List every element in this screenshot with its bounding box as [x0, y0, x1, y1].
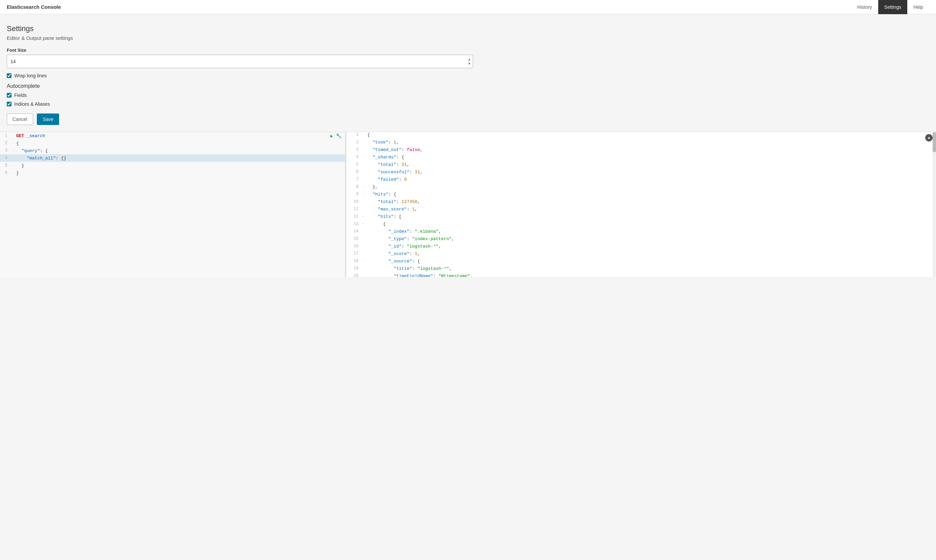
output-line-17: 17 "_score": 1,: [350, 251, 936, 258]
font-size-wrapper: ▲ ▼: [7, 55, 473, 68]
help-button[interactable]: Help: [907, 0, 929, 14]
font-size-input[interactable]: [7, 55, 473, 68]
editor-line-4: 4 "match_all": {}: [0, 154, 345, 162]
line-content-3: "query": {: [16, 148, 345, 153]
editor-area: 1 GET _search ▶ 🔧 2 - { 3 - "query": {: [0, 132, 936, 277]
output-line-19: 19 "title": "logstash-*",: [350, 266, 936, 273]
output-line-4: 4 - "_shards": {: [350, 154, 936, 162]
wrench-icon[interactable]: 🔧: [336, 133, 342, 139]
line-num-3: 3: [0, 148, 11, 153]
indices-aliases-checkbox[interactable]: [7, 102, 11, 106]
scrollbar-thumb[interactable]: [933, 132, 936, 152]
output-line-6: 6 "successful": 31,: [350, 169, 936, 177]
form-actions: Cancel Save: [7, 114, 929, 125]
output-line-9: 9 - "hits": {: [350, 191, 936, 199]
fold-3[interactable]: -: [11, 149, 16, 153]
settings-subtitle: Editor & Output pane settings: [7, 35, 929, 41]
fold-5[interactable]: -: [11, 164, 16, 168]
fold-6[interactable]: -: [11, 171, 16, 175]
output-line-12: 12 - "hits": [: [350, 214, 936, 221]
output-line-18: 18 - "_source": {: [350, 258, 936, 266]
autocomplete-section: Autocomplete Fields Indices & Aliases: [7, 83, 929, 107]
fields-row: Fields: [7, 92, 929, 98]
output-line-10: 10 "total": 127450,: [350, 199, 936, 206]
output-line-8: 8 - },: [350, 184, 936, 191]
settings-button[interactable]: Settings: [878, 0, 908, 14]
output-line-7: 7 "failed": 0: [350, 177, 936, 184]
output-line-1: 1 {: [350, 132, 936, 140]
line-num-4: 4: [0, 156, 11, 160]
scrollbar-track: [933, 132, 936, 277]
indices-aliases-label[interactable]: Indices & Aliases: [14, 102, 50, 107]
wrap-long-lines-checkbox[interactable]: [7, 73, 11, 78]
run-icon[interactable]: ▶: [330, 133, 333, 139]
fields-checkbox[interactable]: [7, 93, 11, 98]
output-line-3: 3 "timed_out": false,: [350, 147, 936, 154]
autocomplete-title: Autocomplete: [7, 83, 929, 89]
app-title: Elasticsearch Console: [7, 4, 61, 10]
query-editor[interactable]: 1 GET _search ▶ 🔧 2 - { 3 - "query": {: [0, 132, 346, 277]
line-num-5: 5: [0, 163, 11, 168]
line-content-6: }: [16, 171, 345, 175]
url-text: _search: [24, 134, 45, 138]
line-num-2: 2: [0, 141, 11, 146]
history-button[interactable]: History: [851, 0, 878, 14]
line-num-6: 6: [0, 171, 11, 175]
output-line-14: 14 "_index": ".kibana",: [350, 229, 936, 236]
get-keyword: GET: [16, 134, 24, 138]
settings-title: Settings: [7, 24, 929, 33]
editor-line-2: 2 - {: [0, 140, 345, 147]
output-pane: ▲ 1 { 2 "took": 1, 3 "timed_out": false,…: [346, 132, 936, 277]
fold-2[interactable]: -: [11, 142, 16, 145]
font-size-label: Font Size: [7, 48, 929, 53]
line-content-1: GET _search: [16, 134, 330, 138]
editor-line-6: 6 - }: [0, 169, 345, 177]
wrap-long-lines-row: Wrap long lines: [7, 73, 929, 78]
editor-line-3: 3 - "query": {: [0, 147, 345, 154]
editor-lines: 1 GET _search ▶ 🔧 2 - { 3 - "query": {: [0, 132, 345, 177]
top-nav: Elasticsearch Console History Settings H…: [0, 0, 936, 14]
line-content-5: }: [16, 163, 345, 168]
line-num-1: 1: [0, 134, 11, 138]
save-button[interactable]: Save: [37, 114, 59, 125]
key-query: "query": [22, 148, 40, 153]
output-line-20: 20 "timeFieldName": "@timestamp",: [350, 273, 936, 277]
output-lines: 1 { 2 "took": 1, 3 "timed_out": false, 4…: [350, 132, 936, 277]
output-line-13: 13 - {: [350, 221, 936, 229]
line-actions-1: ▶ 🔧: [330, 133, 345, 139]
line-content-2: {: [16, 141, 345, 146]
scroll-up-button[interactable]: ▲: [925, 134, 933, 142]
editor-line-1: 1 GET _search ▶ 🔧: [0, 132, 345, 140]
spinner-arrows[interactable]: ▲ ▼: [468, 57, 471, 66]
settings-pane: Settings Editor & Output pane settings F…: [0, 14, 936, 132]
key-match-all: "match_all": [27, 156, 56, 161]
nav-actions: History Settings Help: [851, 0, 929, 14]
output-line-15: 15 "_type": "index-pattern",: [350, 236, 936, 243]
indices-aliases-row: Indices & Aliases: [7, 102, 929, 107]
cancel-button[interactable]: Cancel: [7, 114, 33, 125]
wrap-long-lines-label[interactable]: Wrap long lines: [14, 73, 47, 78]
output-line-2: 2 "took": 1,: [350, 140, 936, 147]
fields-label[interactable]: Fields: [14, 92, 27, 98]
output-line-11: 11 "max_score": 1,: [350, 206, 936, 214]
output-line-5: 5 "total": 31,: [350, 162, 936, 169]
output-line-16: 16 "_id": "logstash-*",: [350, 243, 936, 251]
line-content-4: "match_all": {}: [16, 156, 345, 161]
editor-line-5: 5 - }: [0, 162, 345, 169]
